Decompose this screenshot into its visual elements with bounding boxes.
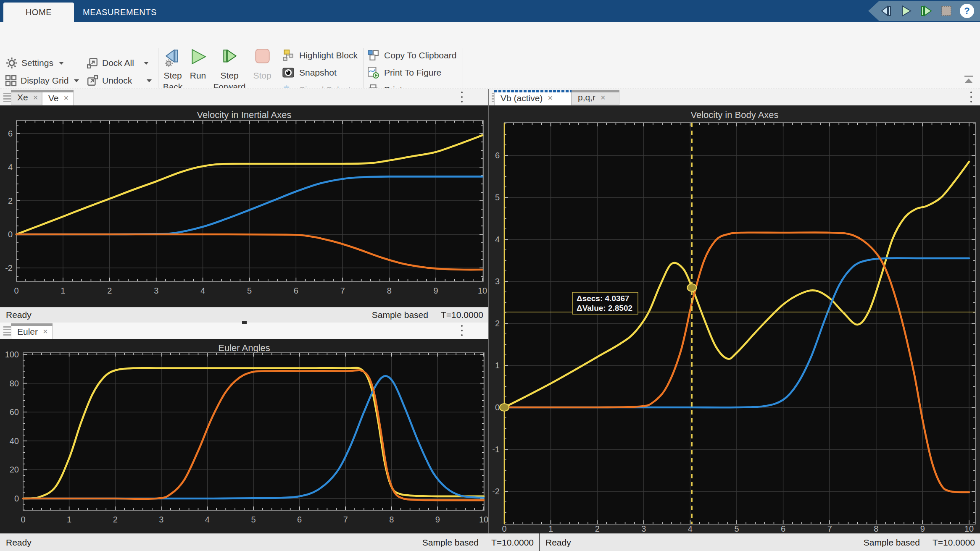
tab-home-label: HOME	[26, 8, 52, 17]
ribbon: Settings Display Grid Dock All	[0, 22, 980, 88]
grid-icon	[5, 75, 17, 87]
dock-all-dropdown-icon[interactable]	[144, 62, 149, 65]
x-tick-label: 6	[297, 515, 302, 524]
y-tick-label: 0	[8, 230, 13, 239]
y-tick-label: 4	[495, 235, 500, 244]
display-grid-label: Display Grid	[21, 76, 68, 86]
run-quick-button[interactable]	[899, 4, 913, 18]
undock-button[interactable]: Undock	[87, 74, 152, 87]
undock-icon	[87, 75, 98, 87]
splitter-handle[interactable]	[242, 321, 247, 324]
body-plot[interactable]: 012345678910-2-10123456Δsecs: 4.0367ΔVal…	[489, 105, 980, 533]
y-tick-label: 5	[495, 193, 500, 202]
inertial-plot[interactable]: 012345678910-20246	[0, 105, 488, 307]
tab-measurements[interactable]: MEASUREMENTS	[82, 3, 157, 22]
x-tick-label: 7	[340, 286, 345, 295]
cursor-2-marker[interactable]	[687, 284, 696, 291]
tab-stripe	[11, 323, 53, 326]
x-tick-label: 1	[61, 286, 65, 295]
stop-label: Stop	[253, 70, 271, 81]
x-tick-label: 7	[827, 524, 832, 533]
ribbon-tab-band: HOME MEASUREMENTS	[0, 0, 980, 22]
x-tick-label: 2	[595, 524, 600, 533]
x-tick-label: 6	[294, 286, 298, 295]
settings-dropdown-icon[interactable]	[59, 62, 64, 65]
highlight-block-button[interactable]: Highlight Block	[282, 48, 358, 63]
panel-menu-icon[interactable]	[461, 325, 463, 336]
step-back-quick-button[interactable]	[879, 4, 893, 18]
tab-pqr[interactable]: p,q,r ×	[572, 90, 619, 105]
status-mode: Sample based	[864, 538, 920, 548]
x-tick-label: 0	[21, 515, 25, 524]
snapshot-icon	[282, 67, 294, 79]
close-icon[interactable]: ×	[43, 327, 48, 336]
close-icon[interactable]: ×	[33, 93, 38, 102]
step-back-icon	[879, 4, 893, 18]
collapse-ribbon-button[interactable]	[962, 75, 975, 85]
snapshot-button[interactable]: Snapshot	[282, 66, 337, 80]
y-tick-label: 40	[10, 436, 19, 446]
y-tick-label: 60	[10, 407, 19, 417]
tab-xe[interactable]: Xe ×	[11, 90, 42, 105]
step-forward-icon	[919, 4, 933, 18]
close-icon[interactable]: ×	[64, 93, 69, 103]
x-tick-label: 0	[14, 286, 18, 295]
dock-all-icon	[87, 57, 98, 69]
step-forward-quick-button[interactable]	[919, 4, 933, 18]
x-tick-label: 1	[67, 515, 71, 524]
copy-to-clipboard-button[interactable]: Copy To Clipboard	[367, 48, 456, 63]
panel-menu-icon[interactable]	[970, 92, 972, 102]
panel-grip-icon[interactable]	[3, 326, 11, 336]
y-tick-label: 100	[5, 350, 19, 359]
y-tick-label: 0	[14, 494, 19, 503]
help-button[interactable]: ?	[960, 4, 974, 18]
settings-label: Settings	[21, 58, 53, 68]
step-back-button[interactable]: Step Back	[158, 48, 187, 92]
x-tick-label: 9	[435, 515, 440, 524]
x-tick-label: 0	[502, 524, 506, 533]
settings-button[interactable]: Settings	[6, 56, 64, 70]
stop-quick-button[interactable]	[940, 4, 953, 18]
x-tick-label: 4	[688, 524, 693, 533]
undock-dropdown-icon[interactable]	[147, 79, 152, 82]
status-state: Ready	[6, 310, 32, 320]
display-grid-button[interactable]: Display Grid	[5, 74, 79, 87]
run-icon	[188, 48, 208, 67]
collapse-ribbon-icon	[962, 75, 975, 85]
print-to-figure-icon	[367, 67, 379, 79]
y-tick-label: 20	[10, 465, 19, 474]
cursor-delta-secs: Δsecs: 4.0367	[577, 294, 630, 303]
euler-status-bar: Ready Sample based T=10.0000	[0, 533, 539, 551]
status-mode: Sample based	[372, 310, 428, 320]
cursor-1-marker[interactable]	[500, 404, 509, 411]
tab-home[interactable]: HOME	[3, 3, 74, 22]
gear-icon	[6, 57, 18, 69]
x-tick-label: 4	[200, 286, 205, 295]
tab-pqr-label: p,q,r	[578, 92, 595, 102]
status-time: T=10.0000	[441, 310, 483, 320]
tab-stripe	[572, 90, 619, 92]
x-tick-label: 3	[159, 515, 163, 524]
display-grid-dropdown-icon[interactable]	[74, 79, 79, 82]
copy-to-clipboard-icon	[367, 50, 379, 61]
stop-button[interactable]: Stop	[250, 48, 275, 81]
step-forward-button[interactable]: Step Forward	[211, 48, 248, 92]
tab-vb[interactable]: Vb (active) ×	[494, 90, 572, 106]
body-tab-bar: Vb (active) × p,q,r ×	[489, 89, 980, 105]
euler-plot-panel: Euler Angles 012345678910020406080100	[0, 339, 488, 533]
copy-to-clipboard-label: Copy To Clipboard	[384, 50, 456, 60]
close-icon[interactable]: ×	[548, 93, 553, 103]
x-tick-label: 5	[251, 515, 256, 524]
panel-grip-icon[interactable]	[3, 93, 11, 102]
tab-ve[interactable]: Ve ×	[42, 90, 74, 106]
run-button[interactable]: Run	[187, 48, 208, 81]
tab-ve-label: Ve	[48, 93, 59, 103]
print-to-figure-button[interactable]: Print To Figure	[367, 66, 441, 80]
tab-euler[interactable]: Euler ×	[11, 323, 53, 339]
inertial-tab-bar: Xe × Ve ×	[0, 89, 488, 105]
euler-plot[interactable]: 012345678910020406080100	[0, 339, 488, 533]
panel-menu-icon[interactable]	[461, 92, 463, 102]
dock-all-button[interactable]: Dock All	[87, 56, 149, 70]
x-tick-label: 10	[964, 524, 974, 533]
close-icon[interactable]: ×	[601, 93, 606, 102]
